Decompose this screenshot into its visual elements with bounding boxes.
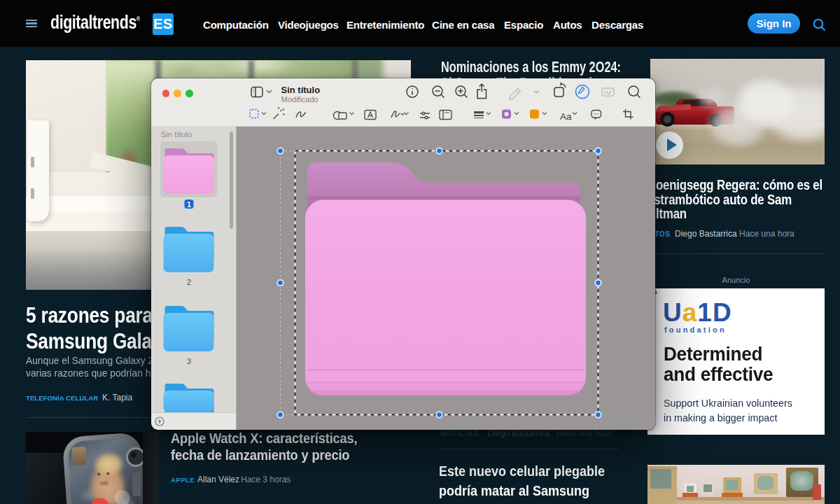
svg-text:2: 2 <box>186 278 190 286</box>
svg-text:Aa: Aa <box>560 111 572 122</box>
svg-text:3: 3 <box>186 357 190 365</box>
svg-text:1: 1 <box>187 201 191 209</box>
